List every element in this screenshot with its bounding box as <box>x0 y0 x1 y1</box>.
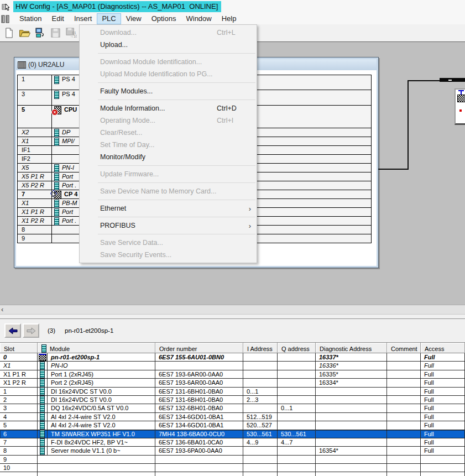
menubar-item-station[interactable]: Station <box>14 13 46 24</box>
cell-comment <box>387 404 421 412</box>
menu-item-download[interactable]: Download...Ctrl+L <box>80 27 257 39</box>
cell-comment <box>387 396 421 404</box>
cell-order: 6ES7 136-6BA01-0CA0 <box>155 438 243 446</box>
menu-item-label: Update Firmware... <box>100 170 217 178</box>
module-table-row[interactable]: X1 P2 RPort 2 (2xRJ45)6ES7 193-6AR00-0AA… <box>0 379 465 387</box>
module-table-row[interactable]: 0pn-r01-et200sp-16ES7 155-6AU01-0BN01633… <box>0 353 465 362</box>
column-header-order-number[interactable]: Order number <box>155 343 243 353</box>
rack-connection-line <box>378 169 409 170</box>
menu-item-module-information[interactable]: Module Information...Ctrl+D <box>80 102 257 114</box>
module-table-row[interactable]: 1DI 16x24VDC ST V0.06ES7 131-6BH01-0BA00… <box>0 388 465 396</box>
open-station-icon[interactable] <box>18 26 32 40</box>
cell-slot: 2 <box>0 396 38 404</box>
column-header-i-address[interactable]: I Address <box>243 343 278 353</box>
column-header-q-address[interactable]: Q address <box>278 343 316 353</box>
module-table-row[interactable]: X1 P1 RPort 1 (2xRJ45)6ES7 193-6AR00-0AA… <box>0 370 465 379</box>
cell-module: Port 1 (2xRJ45) <box>48 370 155 378</box>
cell-i: 0...1 <box>243 388 278 395</box>
menu-item-set-time-of-day[interactable]: Set Time of Day... <box>80 139 257 151</box>
menubar-item-edit[interactable]: Edit <box>46 13 69 24</box>
cell-order: 6ES7 134-6GD01-0BA1 <box>155 421 243 429</box>
menu-item-upload[interactable]: Upload... <box>80 39 257 51</box>
cell-slot: 1 <box>0 388 38 395</box>
menu-item-label: Operating Mode... <box>100 117 217 124</box>
menubar-item-help[interactable]: Help <box>217 13 242 24</box>
rack-slot-label: 7 <box>18 190 52 198</box>
plc-menu: Download...Ctrl+LUpload...Download Modul… <box>79 24 257 263</box>
et200sp-station-icon[interactable] <box>454 88 465 125</box>
rack-slot-label: 9 <box>18 234 52 243</box>
module-table-row[interactable]: X1PN-IO16336*Full <box>0 362 465 370</box>
menu-item-update-firmware[interactable]: Update Firmware... <box>80 168 257 180</box>
scroll-left-icon[interactable]: ‹ <box>0 307 3 312</box>
cell-q <box>278 379 316 386</box>
module-table-row[interactable]: 5AI 4xI 2-/4-wire ST V2.06ES7 134-6GD01-… <box>0 421 465 430</box>
new-station-icon[interactable] <box>2 26 16 40</box>
cell-comment <box>387 472 421 476</box>
cell-i <box>243 447 278 454</box>
cell-i <box>243 464 278 472</box>
module-icon <box>54 200 59 208</box>
menubar-item-view[interactable]: View <box>121 13 147 24</box>
cell-i <box>243 472 278 476</box>
module-table-row[interactable]: 2DI 16x24VDC ST V0.06ES7 131-6BH01-0BA02… <box>0 396 465 404</box>
menu-item-monitor-modify[interactable]: Monitor/Modify <box>80 151 257 163</box>
menu-item-ethernet[interactable]: Ethernet› <box>80 202 257 215</box>
previous-station-button[interactable] <box>4 323 21 338</box>
column-header-diagnostic-address[interactable]: Diagnostic Address <box>316 343 387 353</box>
cell-order: 6ES7 193-6PA00-0AA0 <box>155 447 243 454</box>
open-online-icon[interactable] <box>33 26 47 40</box>
cell-module: DQ 16x24VDC/0.5A ST V0.0 <box>48 404 155 412</box>
cell-access: Full <box>421 353 465 361</box>
module-table-row[interactable]: 10 <box>0 464 465 472</box>
cell-i <box>243 379 278 386</box>
menu-item-upload-module-identification-to-pg[interactable]: Upload Module Identification to PG... <box>80 68 257 80</box>
menubar-item-options[interactable]: Options <box>147 13 181 24</box>
module-icon <box>40 404 45 412</box>
cell-access <box>421 456 465 463</box>
menu-item-download-module-identification[interactable]: Download Module Identification... <box>80 56 257 68</box>
column-header-slot[interactable]: Slot <box>0 343 38 353</box>
menubar-item-insert[interactable]: Insert <box>69 13 97 24</box>
module-table-row[interactable]: 7F-DI 8x24VDC HF2, BP V1~6ES7 136-6BA01-… <box>0 438 465 447</box>
rack-slot-label: X1 <box>18 137 52 145</box>
menu-bar: StationEditInsertPLCViewOptionsWindowHel… <box>0 13 465 24</box>
forward-arrow-icon <box>27 327 36 334</box>
menu-item-label: Save Service Data... <box>100 239 217 247</box>
cell-slot: 4 <box>0 413 38 421</box>
pane-splitter[interactable] <box>0 315 465 319</box>
column-header-label: Slot <box>4 346 14 352</box>
horizontal-scrollbar[interactable]: ‹ <box>0 305 465 315</box>
module-table-row[interactable] <box>0 472 465 476</box>
menu-item-label: PROFIBUS <box>100 222 217 229</box>
menu-item-operating-mode[interactable]: Operating Mode...Ctrl+I <box>80 114 257 127</box>
ethernet-bus-segment[interactable] <box>440 78 465 82</box>
title-bar[interactable]: HW Config - [AS_MAP01 (Diagnostics) -- A… <box>0 0 465 14</box>
menu-item-faulty-modules[interactable]: Faulty Modules... <box>80 85 257 97</box>
menu-item-save-security-events[interactable]: Save Security Events... <box>80 249 257 261</box>
menu-item-save-device-name-to-memory-card[interactable]: Save Device Name to Memory Card... <box>80 185 257 197</box>
ethernet-line[interactable] <box>407 80 441 81</box>
menu-item-save-service-data[interactable]: Save Service Data... <box>80 237 257 249</box>
cell-module: AI 4xI 2-/4-wire ST V2.0 <box>48 421 155 429</box>
next-station-button[interactable] <box>23 323 39 338</box>
module-table-row[interactable]: 4AI 4xI 2-/4-wire ST V2.06ES7 134-6GD01-… <box>0 413 465 421</box>
module-icon <box>54 76 59 84</box>
menu-item-clear-reset[interactable]: Clear/Reset... <box>80 127 257 139</box>
module-table-row[interactable]: 6TM SIWAREX WP351 HF V1.07MH4 138-6BA00-… <box>0 430 465 438</box>
rack-module-label: Port . <box>62 217 76 224</box>
column-header-access[interactable]: Access <box>421 343 465 353</box>
column-header-module[interactable]: Module <box>38 343 155 353</box>
save-compile-icon: 01→10 <box>64 26 78 40</box>
module-icon-cell <box>38 353 48 361</box>
cell-diag: 16335* <box>316 370 387 378</box>
module-table-row[interactable]: 8Server module V1.1 (0 b~6ES7 193-6PA00-… <box>0 447 465 455</box>
column-header-comment[interactable]: Comment <box>387 343 421 353</box>
module-table-row[interactable]: 9 <box>0 456 465 464</box>
menu-item-profibus[interactable]: PROFIBUS› <box>80 219 257 232</box>
cell-q <box>278 413 316 421</box>
menubar-item-window[interactable]: Window <box>181 13 216 24</box>
menubar-item-plc[interactable]: PLC <box>97 13 121 24</box>
menu-shortcut: Ctrl+D <box>217 104 245 112</box>
module-table-row[interactable]: 3DQ 16x24VDC/0.5A ST V0.06ES7 132-6BH01-… <box>0 404 465 412</box>
